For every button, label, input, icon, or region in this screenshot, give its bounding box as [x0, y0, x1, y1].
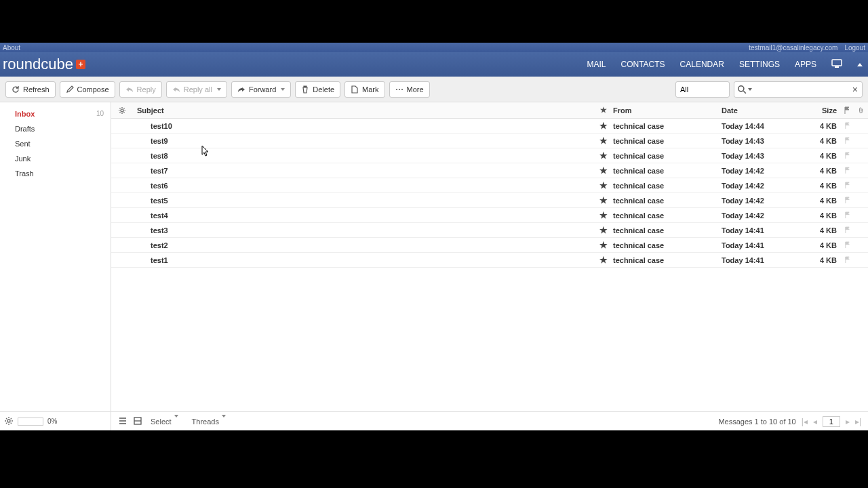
message-row[interactable]: test1★technical caseToday 14:414 KB: [111, 253, 868, 268]
nav-mail[interactable]: MAIL: [587, 60, 606, 69]
close-icon[interactable]: ×: [851, 84, 859, 95]
search-icon[interactable]: [737, 85, 747, 94]
message-row[interactable]: test3★technical caseToday 14:414 KB: [111, 223, 868, 238]
delete-label: Delete: [313, 85, 334, 94]
message-row[interactable]: test4★technical caseToday 14:424 KB: [111, 208, 868, 223]
user-label: testmail1@casalinlegacy.com: [749, 44, 837, 52]
search-input[interactable]: [755, 85, 851, 94]
filter-select[interactable]: All: [675, 81, 730, 98]
mark-button[interactable]: Mark: [344, 81, 384, 98]
column-star[interactable]: ★: [594, 106, 613, 115]
star-icon[interactable]: ★: [594, 195, 613, 205]
msg-subject: test4: [133, 211, 594, 220]
flag-icon[interactable]: [840, 226, 854, 234]
last-page-button[interactable]: ▸|: [855, 417, 861, 426]
flag-icon[interactable]: [840, 182, 854, 189]
message-row[interactable]: test6★technical caseToday 14:424 KB: [111, 178, 868, 193]
column-from[interactable]: From: [613, 106, 722, 115]
logout-link[interactable]: Logout: [844, 44, 865, 52]
nav-settings[interactable]: SETTINGS: [739, 60, 780, 69]
svg-rect-0: [832, 60, 842, 66]
column-date[interactable]: Date: [722, 106, 807, 115]
flag-icon[interactable]: [840, 211, 854, 219]
select-menu[interactable]: Select: [151, 418, 178, 426]
flag-icon[interactable]: [840, 256, 854, 264]
star-icon[interactable]: ★: [594, 136, 613, 146]
star-icon[interactable]: ★: [594, 210, 613, 220]
msg-subject: test6: [133, 182, 594, 190]
msg-from: technical case: [613, 167, 722, 175]
nav-calendar[interactable]: CALENDAR: [680, 60, 724, 69]
folder-label: Drafts: [15, 125, 35, 133]
replyall-icon: [172, 85, 180, 94]
svg-line-6: [743, 91, 746, 94]
chevron-down-icon[interactable]: [748, 88, 752, 91]
flag-icon[interactable]: [840, 241, 854, 249]
column-flag[interactable]: [840, 106, 854, 115]
star-icon[interactable]: ★: [594, 180, 613, 190]
preview-mode-icon[interactable]: [133, 416, 142, 427]
message-row[interactable]: test10★technical caseToday 14:444 KB: [111, 119, 868, 134]
message-row[interactable]: test9★technical caseToday 14:434 KB: [111, 134, 868, 148]
refresh-button[interactable]: Refresh: [5, 81, 56, 98]
flag-icon[interactable]: [840, 137, 854, 144]
quota-bar: [18, 418, 43, 426]
star-icon[interactable]: ★: [594, 225, 613, 235]
msg-from: technical case: [613, 137, 722, 145]
folder-inbox[interactable]: Inbox10: [0, 106, 111, 121]
search-box: ×: [734, 81, 863, 98]
star-icon[interactable]: ★: [594, 165, 613, 176]
msg-subject: test7: [133, 167, 594, 175]
msg-size: 4 KB: [807, 256, 840, 264]
message-row[interactable]: test5★technical caseToday 14:424 KB: [111, 193, 868, 208]
first-page-button[interactable]: |◂: [802, 417, 808, 426]
star-icon[interactable]: ★: [594, 150, 613, 161]
msg-date: Today 14:41: [722, 256, 807, 264]
column-subject[interactable]: Subject: [133, 106, 594, 115]
arrow-up-icon[interactable]: [857, 63, 863, 66]
message-row[interactable]: test2★technical caseToday 14:414 KB: [111, 238, 868, 253]
folder-trash[interactable]: Trash: [0, 166, 111, 181]
prev-page-button[interactable]: ◂: [813, 417, 817, 426]
list-mode-icon[interactable]: [118, 416, 127, 427]
folder-drafts[interactable]: Drafts: [0, 121, 111, 136]
star-icon[interactable]: ★: [594, 121, 613, 131]
threads-menu[interactable]: Threads: [192, 418, 226, 426]
gear-icon[interactable]: [4, 416, 14, 427]
msg-from: technical case: [613, 256, 722, 264]
monitor-icon[interactable]: [831, 59, 842, 70]
nav-contacts[interactable]: CONTACTS: [621, 60, 665, 69]
star-icon[interactable]: ★: [594, 240, 613, 250]
nav-apps[interactable]: APPS: [795, 60, 816, 69]
msg-subject: test2: [133, 241, 594, 249]
column-attachment[interactable]: [854, 106, 868, 115]
reply-button[interactable]: Reply: [119, 81, 162, 98]
folder-sent[interactable]: Sent: [0, 136, 111, 151]
compose-button[interactable]: Compose: [60, 81, 115, 98]
column-settings[interactable]: [111, 106, 133, 115]
about-link[interactable]: About: [3, 44, 20, 52]
folder-junk[interactable]: Junk: [0, 151, 111, 166]
svg-point-4: [401, 89, 403, 90]
delete-button[interactable]: Delete: [295, 81, 340, 98]
folder-count: 10: [96, 110, 104, 118]
replyall-button[interactable]: Reply all: [166, 81, 227, 98]
chevron-down-icon: [281, 88, 285, 91]
more-button[interactable]: More: [389, 81, 430, 98]
next-page-button[interactable]: ▸: [846, 417, 850, 426]
flag-icon[interactable]: [840, 122, 854, 129]
flag-icon[interactable]: [840, 197, 854, 204]
page-input[interactable]: [823, 416, 840, 427]
msg-subject: test10: [133, 122, 594, 130]
message-row[interactable]: test7★technical caseToday 14:424 KB: [111, 163, 868, 178]
topbar: About testmail1@casalinlegacy.com Logout: [0, 43, 868, 52]
message-row[interactable]: test8★technical caseToday 14:434 KB: [111, 148, 868, 163]
svg-point-5: [738, 85, 744, 91]
flag-icon[interactable]: [840, 167, 854, 174]
forward-button[interactable]: Forward: [231, 81, 291, 98]
msg-size: 4 KB: [807, 122, 840, 130]
column-size[interactable]: Size: [807, 106, 840, 115]
star-icon[interactable]: ★: [594, 255, 613, 265]
msg-size: 4 KB: [807, 226, 840, 235]
flag-icon[interactable]: [840, 152, 854, 159]
